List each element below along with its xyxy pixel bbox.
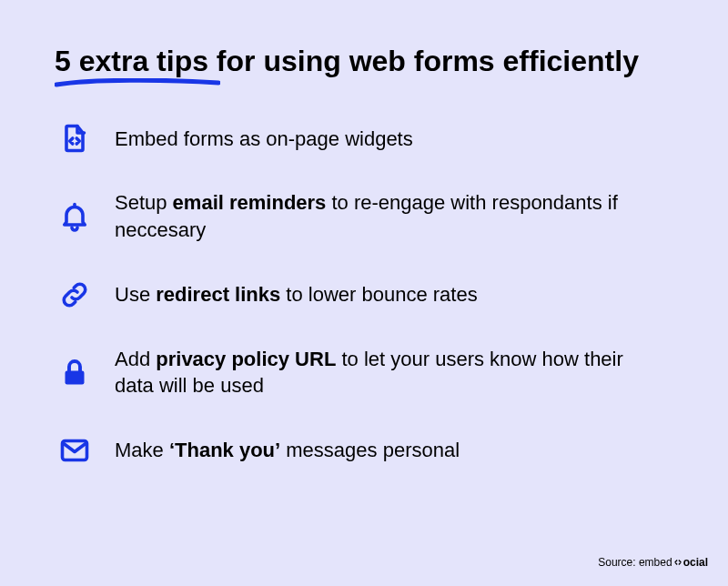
tip-3-text: Use redirect links to lower bounce rates bbox=[115, 281, 478, 308]
tip-5-text: Make ‘Thank you’ messages personal bbox=[115, 437, 460, 464]
tip-1: Embed forms as on-page widgets bbox=[55, 118, 673, 158]
tip-4: Add privacy policy URL to let your users… bbox=[55, 346, 673, 399]
page-title: 5 extra tips for using web forms efficie… bbox=[55, 44, 639, 78]
file-code-icon bbox=[55, 118, 95, 158]
page-title-text: 5 extra tips for using web forms efficie… bbox=[55, 45, 639, 77]
brand-part-a: embed bbox=[639, 556, 672, 569]
tip-2: Setup email reminders to re-engage with … bbox=[55, 189, 673, 243]
tip-4-text: Add privacy policy URL to let your users… bbox=[115, 346, 624, 399]
bell-icon bbox=[55, 197, 95, 237]
underline-accent bbox=[55, 78, 220, 87]
tip-1-text: Embed forms as on-page widgets bbox=[115, 126, 413, 153]
brand-part-b: ocial bbox=[683, 556, 708, 569]
link-icon bbox=[55, 275, 95, 315]
tip-3: Use redirect links to lower bounce rates bbox=[55, 275, 673, 315]
tip-2-text: Setup email reminders to re-engage with … bbox=[115, 189, 624, 243]
envelope-icon bbox=[55, 430, 95, 470]
tips-list: Embed forms as on-page widgetsSetup emai… bbox=[55, 118, 673, 470]
source-prefix: Source: bbox=[598, 556, 639, 569]
tip-5: Make ‘Thank you’ messages personal bbox=[55, 430, 673, 470]
svg-rect-0 bbox=[66, 371, 85, 385]
brand-glyph-icon bbox=[673, 557, 682, 570]
lock-icon bbox=[55, 352, 95, 392]
source-credit: Source: embedocial bbox=[598, 556, 708, 570]
